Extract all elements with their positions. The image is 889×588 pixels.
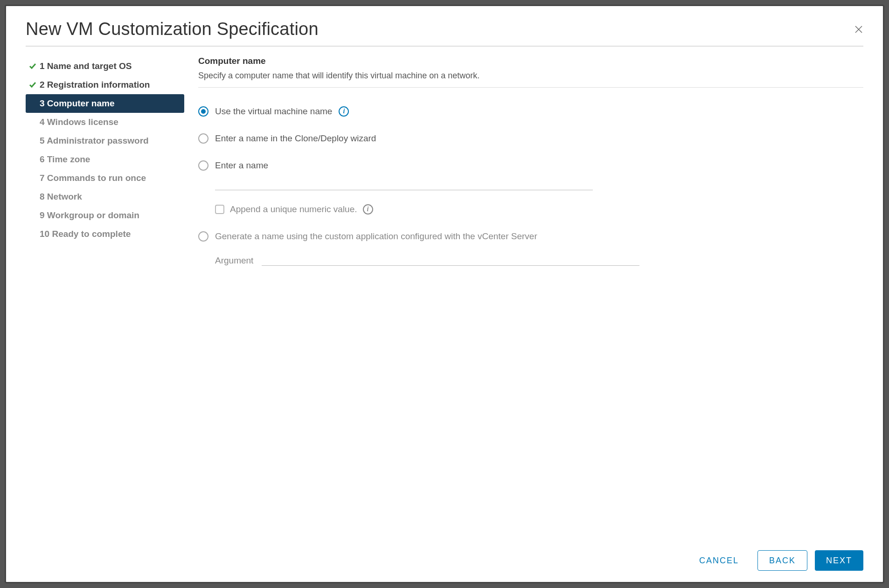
section-description: Specify a computer name that will identi… [198,71,863,81]
wizard-step-time-zone[interactable]: 6 Time zone [26,150,184,169]
wizard-step-windows-license[interactable]: 4 Windows license [26,113,184,131]
enter-name-subsection: Append a unique numeric value. i [215,175,863,214]
option-enter-name[interactable]: Enter a name [198,160,863,171]
dialog-body: 1 Name and target OS 2 Registration info… [26,55,863,541]
wizard-step-ready-complete[interactable]: 10 Ready to complete [26,225,184,243]
option-generate-custom[interactable]: Generate a name using the custom applica… [198,231,863,242]
section-title: Computer name [198,56,863,66]
close-icon[interactable] [854,25,863,34]
radio-icon[interactable] [198,106,208,117]
option-label: Use the virtual machine name [215,106,332,117]
wizard-nav: 1 Name and target OS 2 Registration info… [26,55,184,541]
computer-name-input[interactable] [215,175,593,190]
radio-icon[interactable] [198,133,208,144]
info-icon[interactable]: i [339,106,349,117]
section-divider [198,87,863,88]
wizard-step-label: 4 Windows license [40,117,118,127]
wizard-step-label: 3 Computer name [40,98,114,109]
argument-input[interactable] [262,251,639,266]
back-button[interactable]: BACK [757,550,807,571]
wizard-step-label: 2 Registration information [40,80,150,90]
append-unique-label: Append a unique numeric value. [230,204,357,214]
check-icon [28,81,37,89]
wizard-step-label: 7 Commands to run once [40,173,146,183]
option-label: Enter a name [215,160,268,171]
wizard-step-computer-name[interactable]: 3 Computer name [26,94,184,113]
argument-row: Argument [215,251,863,266]
wizard-step-commands-run-once[interactable]: 7 Commands to run once [26,169,184,187]
content-panel: Computer name Specify a computer name th… [184,55,863,541]
append-unique-row: Append a unique numeric value. i [215,204,863,214]
dialog-header: New VM Customization Specification [26,19,863,47]
wizard-step-label: 9 Workgroup or domain [40,210,139,221]
wizard-step-name-target-os[interactable]: 1 Name and target OS [26,57,184,76]
wizard-step-registration-info[interactable]: 2 Registration information [26,76,184,94]
wizard-step-admin-password[interactable]: 5 Administrator password [26,131,184,150]
next-button[interactable]: NEXT [815,550,863,571]
wizard-step-network[interactable]: 8 Network [26,187,184,206]
wizard-step-workgroup-domain[interactable]: 9 Workgroup or domain [26,206,184,225]
option-enter-in-wizard[interactable]: Enter a name in the Clone/Deploy wizard [198,133,863,144]
wizard-step-label: 1 Name and target OS [40,61,132,71]
radio-icon[interactable] [198,160,208,171]
wizard-step-label: 10 Ready to complete [40,229,131,239]
option-label: Enter a name in the Clone/Deploy wizard [215,133,376,144]
customization-spec-dialog: New VM Customization Specification 1 Nam… [5,5,884,583]
wizard-step-label: 8 Network [40,192,82,202]
option-use-vm-name[interactable]: Use the virtual machine name i [198,106,863,117]
append-unique-checkbox[interactable] [215,205,224,214]
wizard-step-label: 5 Administrator password [40,136,149,146]
argument-label: Argument [215,256,253,266]
wizard-step-label: 6 Time zone [40,154,90,165]
check-icon [28,62,37,70]
dialog-footer: CANCEL BACK NEXT [26,541,863,571]
radio-icon[interactable] [198,231,208,242]
option-label: Generate a name using the custom applica… [215,231,537,242]
info-icon[interactable]: i [363,204,373,214]
dialog-title: New VM Customization Specification [26,19,319,39]
cancel-button[interactable]: CANCEL [688,550,750,571]
